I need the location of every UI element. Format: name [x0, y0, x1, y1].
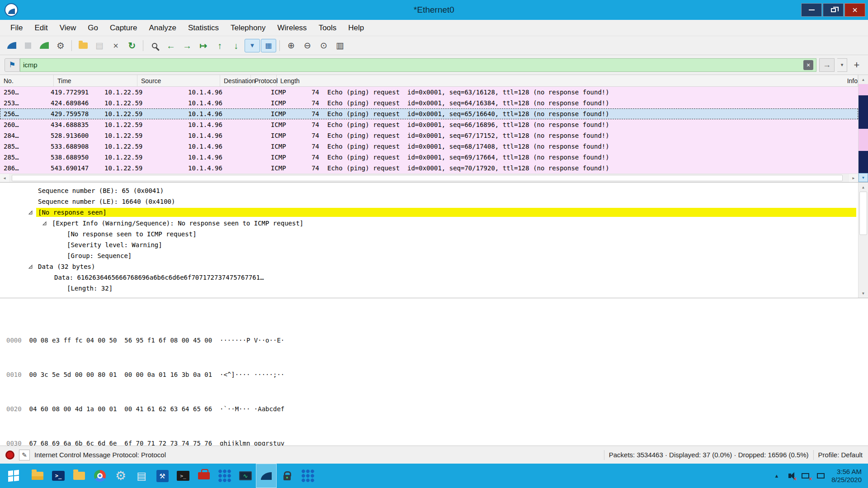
taskbar-item-app-grid-1[interactable] — [214, 464, 235, 488]
taskbar-item-powershell[interactable]: >_ — [48, 464, 69, 488]
zoom-in-icon[interactable]: ⊕ — [283, 39, 299, 52]
open-file-icon[interactable] — [75, 39, 91, 52]
hex-row[interactable]: 003067 68 69 6a 6b 6c 6d 6e 6f 70 71 72 … — [6, 439, 868, 446]
detail-line[interactable]: [Severity level: Warning] — [0, 239, 868, 250]
detail-line[interactable]: Data: 6162636465666768696a6b6c6d6e6f7071… — [0, 272, 868, 283]
column-header[interactable]: Protocol — [251, 75, 277, 86]
packet-row[interactable]: 260… 434.688835 10.1.22.59 10.1.4.96 ICM… — [0, 119, 858, 130]
minimize-button[interactable] — [801, 3, 822, 17]
detail-line[interactable]: Sequence number (BE): 65 (0x0041) — [0, 185, 868, 196]
detail-line[interactable]: [Group: Sequence] — [0, 250, 868, 261]
details-scroll-track[interactable] — [859, 192, 868, 289]
menu-item[interactable]: Capture — [104, 23, 143, 33]
taskbar-item-wireshark[interactable] — [256, 464, 277, 488]
taskbar-item-folder[interactable] — [69, 464, 90, 488]
zoom-out-icon[interactable]: ⊖ — [300, 39, 315, 52]
expand-triangle-icon[interactable] — [39, 221, 50, 226]
taskbar-item-monitor-app[interactable]: ∿ — [235, 464, 256, 488]
go-last-icon[interactable]: ↓ — [228, 39, 244, 52]
taskbar-item-lock-app[interactable] — [277, 464, 297, 488]
reload-icon[interactable]: ↻ — [124, 39, 140, 52]
packet-row[interactable]: 285… 538.688950 10.1.22.59 10.1.4.96 ICM… — [0, 152, 858, 163]
details-scroll-down-icon[interactable]: ▼ — [859, 289, 868, 298]
hex-row[interactable]: 001000 3c 5e 5d 00 00 80 01 00 00 0a 01 … — [6, 371, 868, 379]
pc-status-icon[interactable] — [816, 472, 825, 479]
go-first-icon[interactable]: ↑ — [212, 39, 227, 52]
packet-row[interactable]: 286… 543.690147 10.1.22.59 10.1.4.96 ICM… — [0, 163, 858, 174]
packet-list-vscrollbar[interactable]: ▲ ▼ — [858, 75, 868, 182]
menu-item[interactable]: Wireless — [271, 23, 312, 33]
go-to-packet-icon[interactable]: ↦ — [196, 39, 211, 52]
packet-row[interactable]: 256… 429.759578 10.1.22.59 10.1.4.96 ICM… — [0, 108, 858, 119]
filter-bookmark-icon[interactable]: ⚑ — [5, 58, 20, 72]
packet-row[interactable]: 284… 528.913600 10.1.22.59 10.1.4.96 ICM… — [0, 130, 858, 141]
taskbar-item-tools-app[interactable]: ⚒ — [152, 464, 173, 488]
packet-bytes-pane[interactable]: 000000 08 e3 ff fc 04 00 50 56 95 f1 6f … — [0, 298, 868, 446]
packet-row[interactable]: 253… 424.689846 10.1.22.59 10.1.4.96 ICM… — [0, 98, 858, 108]
packet-row[interactable]: 250… 419.772991 10.1.22.59 10.1.4.96 ICM… — [0, 87, 858, 98]
menu-item[interactable]: Statistics — [182, 23, 225, 33]
menu-item[interactable]: Telephony — [225, 23, 272, 33]
menu-item[interactable]: View — [54, 23, 82, 33]
taskbar-item-file-explorer[interactable] — [27, 464, 48, 488]
scroll-down-icon[interactable]: ▼ — [859, 173, 868, 182]
detail-line[interactable]: [No response seen] — [0, 207, 868, 218]
start-capture-icon[interactable] — [4, 39, 19, 52]
column-header[interactable]: Destination — [220, 75, 251, 86]
resize-columns-icon[interactable]: ▥ — [332, 39, 348, 52]
details-scroll-up-icon[interactable]: ▲ — [859, 183, 868, 192]
expert-info-icon[interactable] — [5, 450, 14, 460]
status-profile[interactable]: Profile: Default — [818, 451, 863, 459]
display-filter-input[interactable] — [23, 61, 803, 69]
details-scroll-thumb[interactable] — [859, 192, 867, 235]
menu-item[interactable]: File — [5, 23, 28, 33]
save-file-icon[interactable]: ▤ — [92, 39, 107, 52]
expand-triangle-icon[interactable] — [25, 210, 36, 215]
taskbar-item-document-app[interactable]: ▤ — [131, 464, 152, 488]
hscroll-track[interactable] — [9, 174, 849, 182]
detail-line[interactable]: [Length: 32] — [0, 283, 868, 294]
taskbar-item-chrome[interactable] — [90, 464, 110, 488]
packet-list-hscrollbar[interactable]: ◄ ► — [0, 174, 858, 182]
packet-row[interactable]: 285… 533.688908 10.1.22.59 10.1.4.96 ICM… — [0, 141, 858, 152]
detail-line[interactable]: Sequence number (LE): 16640 (0x4100) — [0, 196, 868, 207]
capture-comment-icon[interactable]: ✎ — [19, 450, 30, 460]
column-header[interactable]: Source — [137, 75, 220, 86]
wireshark-app-icon[interactable] — [5, 3, 18, 17]
scrollbar-minimap[interactable] — [859, 84, 868, 173]
expand-triangle-icon[interactable] — [25, 264, 36, 269]
show-hidden-icons-chevron[interactable]: ▲ — [774, 473, 779, 479]
column-header[interactable]: Time — [54, 75, 137, 86]
detail-line[interactable]: [No response seen to ICMP request] — [0, 229, 868, 239]
go-back-icon[interactable]: ← — [163, 39, 179, 52]
scroll-up-icon[interactable]: ▲ — [859, 75, 868, 84]
go-forward-icon[interactable]: → — [179, 39, 195, 52]
scroll-right-icon[interactable]: ► — [849, 176, 858, 180]
hex-row[interactable]: 002004 60 08 00 4d 1a 00 01 00 41 61 62 … — [6, 405, 868, 413]
taskbar-item-settings[interactable]: ⚙ — [110, 464, 131, 488]
menu-item[interactable]: Edit — [28, 23, 53, 33]
hex-row[interactable]: 000000 08 e3 ff fc 04 00 50 56 95 f1 6f … — [6, 336, 868, 345]
scroll-left-icon[interactable]: ◄ — [0, 176, 9, 180]
find-packet-icon[interactable] — [147, 39, 162, 52]
volume-muted-icon[interactable]: × — [785, 472, 794, 479]
filter-clear-icon[interactable]: × — [803, 60, 813, 70]
detail-line[interactable]: Data (32 bytes) — [0, 261, 868, 272]
restart-capture-icon[interactable] — [37, 39, 52, 52]
stop-capture-icon[interactable] — [20, 39, 36, 52]
taskbar-clock[interactable]: 3:56 AM 8/25/2020 — [831, 468, 862, 484]
network-status-icon[interactable]: × — [801, 472, 810, 479]
capture-options-icon[interactable]: ⚙ — [53, 39, 68, 52]
taskbar-item-toolbox[interactable] — [193, 464, 214, 488]
start-button[interactable] — [0, 464, 27, 488]
column-header[interactable]: Length — [277, 75, 844, 86]
filter-dropdown-icon[interactable]: ▾ — [837, 58, 847, 72]
menu-item[interactable]: Analyze — [143, 23, 182, 33]
details-vscrollbar[interactable]: ▲ ▼ — [858, 183, 868, 298]
column-header[interactable]: No. — [0, 75, 54, 86]
close-file-icon[interactable]: × — [108, 39, 123, 52]
colorize-icon[interactable]: ▦ — [261, 39, 276, 52]
hscroll-thumb[interactable] — [12, 175, 843, 181]
menu-item[interactable]: Tools — [313, 23, 343, 33]
taskbar-item-app-grid-2[interactable] — [297, 464, 318, 488]
